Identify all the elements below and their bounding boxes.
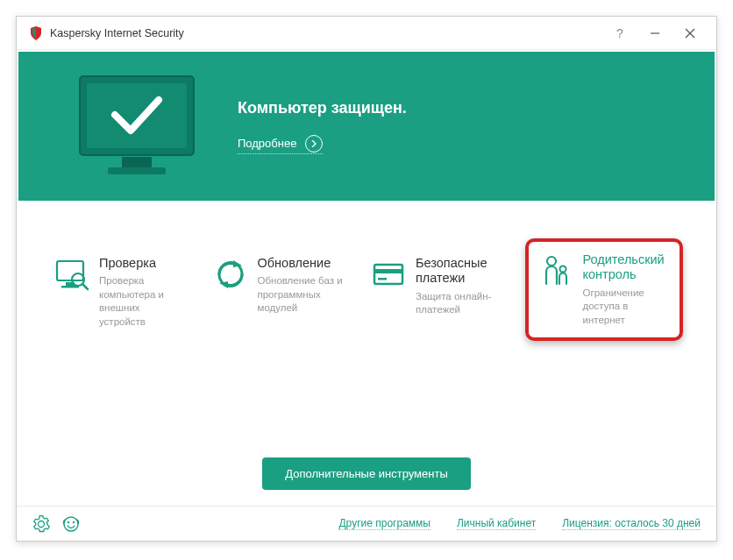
footer-cabinet[interactable]: Личный кабинет	[457, 517, 536, 530]
tile-update[interactable]: Обновление Обновление баз и программных …	[209, 251, 350, 321]
details-link[interactable]: Подробнее	[238, 135, 323, 154]
svg-point-20	[68, 521, 69, 522]
svg-point-19	[64, 517, 78, 531]
minimize-button[interactable]	[637, 17, 673, 50]
tile-update-desc: Обновление баз и программных модулей	[258, 274, 346, 315]
tile-update-title: Обновление	[258, 256, 346, 271]
svg-rect-15	[374, 269, 402, 273]
safemoney-icon	[370, 256, 407, 293]
tile-scan[interactable]: Проверка Проверка компьютера и внешних у…	[50, 251, 191, 334]
svg-rect-6	[108, 167, 166, 174]
tile-parental-desc: Ограничение доступа в интернет	[583, 287, 672, 328]
close-button[interactable]	[673, 17, 708, 50]
tile-safemoney[interactable]: Безопасные платежи Защита онлайн-платеже…	[366, 251, 508, 323]
parental-icon	[537, 252, 574, 289]
status-text: Компьютер защищен.	[238, 99, 407, 117]
app-title: Kaspersky Internet Security	[50, 27, 602, 39]
svg-rect-14	[374, 265, 402, 284]
tiles-row: Проверка Проверка компьютера и внешних у…	[17, 202, 716, 447]
svg-rect-7	[57, 261, 83, 280]
tile-scan-desc: Проверка компьютера и внешних устройств	[99, 274, 188, 329]
svg-rect-5	[122, 157, 152, 167]
svg-rect-16	[378, 278, 387, 280]
tile-safemoney-desc: Защита онлайн-платежей	[416, 290, 504, 317]
details-label: Подробнее	[238, 137, 296, 150]
svg-point-21	[73, 521, 75, 522]
svg-point-17	[547, 257, 556, 266]
support-icon[interactable]	[62, 515, 80, 533]
footer-license[interactable]: Лицензия: осталось 30 дней	[562, 517, 701, 530]
svg-rect-4	[87, 83, 187, 148]
svg-point-18	[559, 266, 566, 273]
tile-safemoney-title: Безопасные платежи	[416, 256, 504, 287]
app-logo-icon	[29, 26, 43, 40]
arrow-right-icon	[305, 135, 323, 152]
app-window: Kaspersky Internet Security ? Компь	[16, 16, 717, 542]
more-tools-row: Дополнительные инструменты	[17, 447, 716, 506]
help-button[interactable]: ?	[602, 17, 637, 50]
tile-scan-title: Проверка	[99, 256, 188, 271]
scan-icon	[53, 256, 90, 293]
more-tools-button[interactable]: Дополнительные инструменты	[262, 457, 471, 490]
footer-other-programs[interactable]: Другие программы	[338, 517, 430, 530]
status-banner: Компьютер защищен. Подробнее	[18, 52, 715, 201]
svg-line-11	[82, 284, 88, 289]
settings-icon[interactable]	[32, 515, 50, 533]
footer: Другие программы Личный кабинет Лицензия…	[17, 506, 716, 541]
tile-parental[interactable]: Родительский контроль Ограничение доступ…	[525, 238, 684, 341]
update-icon	[212, 256, 249, 293]
monitor-checkmark-icon	[53, 69, 220, 183]
titlebar: Kaspersky Internet Security ?	[17, 17, 716, 50]
tile-parental-title: Родительский контроль	[583, 252, 672, 283]
